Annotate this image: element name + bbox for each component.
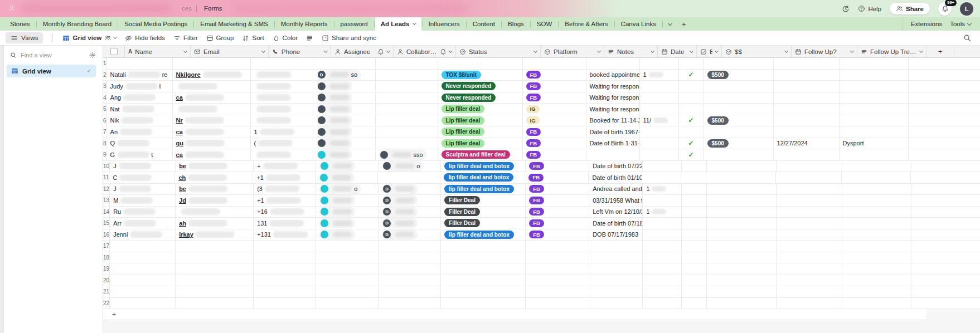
grid-view-button[interactable]: Grid view	[62, 35, 117, 42]
cell-assignee[interactable]	[316, 207, 379, 218]
cell-platform[interactable]: FB	[523, 70, 586, 81]
cell-assignee[interactable]	[316, 161, 379, 172]
cell-date[interactable]	[640, 81, 679, 92]
cell-date[interactable]: 1	[640, 70, 679, 81]
cell-booked[interactable]	[682, 263, 707, 275]
header-cell-phone[interactable]: Phone	[269, 46, 331, 57]
cell-assignee[interactable]	[313, 92, 376, 104]
cell-email[interactable]: Jd	[176, 195, 254, 206]
cell-phone[interactable]	[251, 149, 313, 160]
table-row[interactable]: 11Cch+1lip filler deal and botoxFBDate o…	[103, 172, 980, 184]
cell-status[interactable]	[441, 286, 526, 297]
cell-followup-treatment[interactable]	[842, 172, 911, 183]
cell-platform[interactable]: FB	[523, 149, 586, 160]
cell-date[interactable]: 1	[643, 184, 682, 195]
cell-collaborator[interactable]: D	[379, 184, 441, 195]
table-row[interactable]: 16Jenniirkay+131Dlip filler deal and bot…	[103, 229, 980, 241]
cell-date[interactable]	[643, 229, 682, 241]
cell-status[interactable]: Sculptra and filler deal	[438, 149, 523, 160]
cell-collaborator[interactable]	[379, 252, 441, 263]
cell-booked[interactable]	[682, 286, 707, 297]
cell-notes[interactable]: Waiting for response	[586, 104, 640, 115]
cell-name[interactable]: Gt	[107, 149, 173, 160]
cell-money[interactable]	[704, 126, 774, 138]
cell-followup[interactable]	[777, 218, 842, 229]
cell-money[interactable]	[707, 252, 777, 263]
cell-assignee[interactable]	[316, 275, 379, 286]
email-link-fragment[interactable]: Nr	[176, 117, 183, 124]
cell-notes[interactable]: Waiting for response	[586, 92, 640, 104]
cell-notes[interactable]: DOB 07/17/1983	[589, 229, 643, 241]
table-row[interactable]: 10Jbe+olip filler deal and botoxFBDate o…	[103, 161, 980, 173]
cell-notes[interactable]: booked appointment	[586, 70, 640, 81]
cell-name[interactable]: Nat	[107, 104, 173, 115]
group-button[interactable]: Group	[206, 35, 234, 42]
cell-name[interactable]: Q	[107, 138, 173, 149]
cell-status[interactable]: Filler Deal	[441, 195, 526, 206]
cell-money[interactable]	[707, 275, 777, 286]
header-cell-money[interactable]: $$	[722, 46, 792, 57]
header-cell-followup[interactable]: Follow Up?	[792, 46, 857, 57]
cell-name[interactable]	[110, 286, 176, 297]
cell-date[interactable]	[643, 252, 682, 263]
cell-status[interactable]: Filler Deal	[441, 207, 526, 218]
cell-collaborator[interactable]: D	[379, 195, 441, 206]
cell-followup-treatment[interactable]	[840, 58, 909, 69]
cell-followup-treatment[interactable]	[842, 263, 911, 275]
cell-date[interactable]: 1	[643, 207, 682, 218]
cell-email[interactable]: Nkilgore	[173, 70, 251, 81]
cell-followup[interactable]	[777, 275, 842, 286]
cell-assignee[interactable]	[313, 58, 376, 69]
cell-phone[interactable]: (3	[254, 184, 316, 195]
cell-notes[interactable]: Date of birth 07/22...	[589, 161, 643, 172]
cell-money[interactable]	[707, 241, 777, 252]
header-cell-notes[interactable]: Notes	[604, 46, 658, 57]
cell-money[interactable]	[704, 149, 774, 160]
cell-name[interactable]: J	[110, 161, 176, 172]
help-button[interactable]: Help	[858, 5, 881, 12]
more-tables-button[interactable]	[663, 17, 677, 31]
cell-assignee[interactable]	[316, 229, 379, 241]
cell-followup[interactable]	[777, 229, 842, 241]
cell-followup[interactable]	[777, 298, 842, 309]
cell-phone[interactable]	[254, 241, 316, 252]
cell-followup[interactable]	[777, 195, 842, 206]
cell-followup[interactable]	[777, 263, 842, 275]
cell-followup[interactable]	[774, 70, 840, 81]
cell-name[interactable]: Jenni	[110, 229, 176, 241]
email-link-fragment[interactable]: Nkilgore	[176, 71, 201, 78]
cell-money[interactable]	[707, 286, 777, 297]
cell-money[interactable]: $500	[704, 70, 774, 81]
cell-date[interactable]	[640, 149, 679, 160]
cell-followup[interactable]	[777, 161, 842, 172]
header-cell-name[interactable]: AName	[125, 46, 191, 57]
cell-platform[interactable]	[526, 252, 589, 263]
table-row[interactable]: 18	[103, 252, 980, 264]
cell-followup[interactable]	[774, 81, 840, 92]
cell-email[interactable]: irkay	[176, 229, 254, 241]
cell-name[interactable]	[110, 275, 176, 286]
cell-phone[interactable]	[251, 104, 313, 115]
cell-status[interactable]: Lip filler deal	[438, 126, 523, 138]
cell-phone[interactable]: +1	[253, 172, 316, 183]
cell-followup[interactable]: 12/27/2024	[774, 138, 840, 149]
cell-assignee[interactable]	[316, 252, 379, 263]
cell-phone[interactable]: +16	[254, 207, 316, 218]
email-link-fragment[interactable]: ca	[176, 151, 183, 158]
cell-date[interactable]	[643, 275, 682, 286]
cell-assignee[interactable]	[316, 218, 379, 229]
cell-name[interactable]	[107, 58, 173, 69]
cell-followup-treatment[interactable]	[842, 207, 911, 218]
cell-phone[interactable]	[254, 275, 316, 286]
cell-email[interactable]	[176, 275, 254, 286]
cell-platform[interactable]: FB	[526, 195, 589, 206]
cell-booked[interactable]: ✓	[679, 70, 704, 81]
cell-notes[interactable]	[586, 58, 640, 69]
cell-money[interactable]	[704, 92, 774, 104]
cell-notes[interactable]	[589, 252, 643, 263]
cell-assignee[interactable]	[313, 81, 376, 92]
cell-notes[interactable]: Waiting for response	[586, 81, 640, 92]
cell-notes[interactable]: Left Vm on 12/10/2...	[589, 207, 643, 218]
cell-money[interactable]	[706, 172, 776, 183]
cell-date[interactable]	[643, 241, 682, 252]
